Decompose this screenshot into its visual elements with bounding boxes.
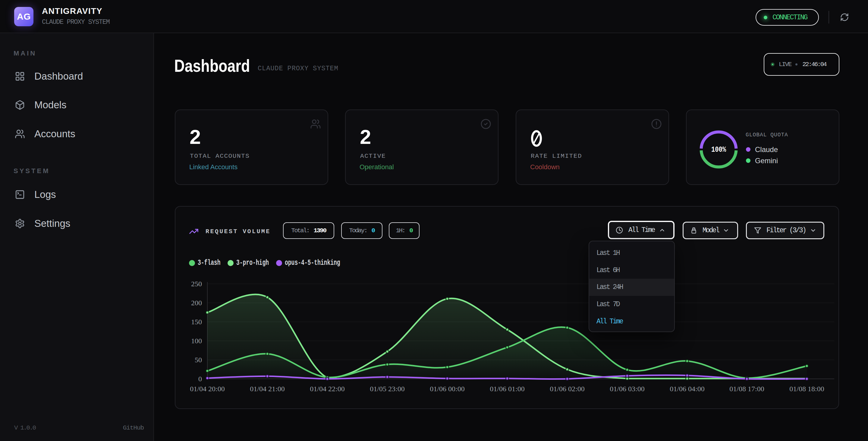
svg-text:0: 0 [198,375,202,383]
svg-text:100: 100 [191,337,202,345]
svg-text:01/04 22:00: 01/04 22:00 [310,385,344,393]
svg-text:01/04 21:00: 01/04 21:00 [250,385,284,393]
svg-text:01/08 17:00: 01/08 17:00 [730,385,764,393]
svg-text:200: 200 [191,299,202,307]
svg-text:100%: 100% [711,145,726,154]
svg-text:01/06 01:00: 01/06 01:00 [490,385,524,393]
svg-text:250: 250 [191,280,202,288]
svg-text:01/05 23:00: 01/05 23:00 [370,385,404,393]
svg-text:150: 150 [191,318,202,326]
svg-text:01/08 18:00: 01/08 18:00 [789,385,824,393]
svg-text:01/06 00:00: 01/06 00:00 [430,385,464,393]
svg-text:50: 50 [195,356,202,364]
svg-text:01/06 04:00: 01/06 04:00 [670,385,704,393]
svg-text:01/04 20:00: 01/04 20:00 [190,385,224,393]
svg-text:01/06 03:00: 01/06 03:00 [610,385,644,393]
svg-text:01/06 02:00: 01/06 02:00 [550,385,584,393]
